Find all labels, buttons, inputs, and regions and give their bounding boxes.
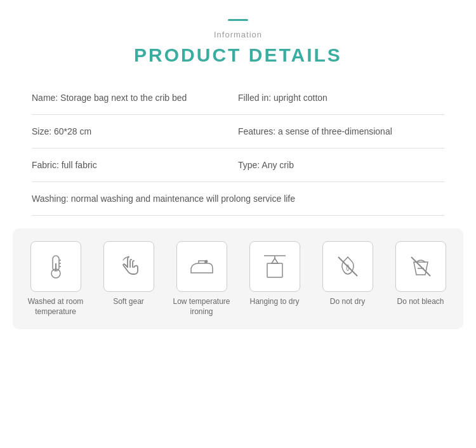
detail-row-3: Fabric: full fabric Type: Any crib	[32, 148, 444, 182]
detail-col-type: Type: Any crib	[238, 160, 444, 170]
hand-icon	[113, 251, 145, 282]
thermometer-icon	[40, 251, 72, 282]
header-info: Information	[0, 30, 476, 39]
icon-item-hang-dry: Hanging to dry	[243, 241, 307, 307]
icon-item-no-dry: Do not dry	[316, 241, 380, 307]
svg-point-6	[205, 260, 208, 263]
icon-item-soft-gear: Soft gear	[97, 241, 161, 307]
header-dash	[228, 19, 248, 21]
wash-room-temp-label: Washed at room temperature	[24, 297, 88, 317]
page-title: PRODUCT DETAILS	[0, 44, 476, 66]
detail-col-name: Name: Storage bag next to the crib bed	[32, 93, 238, 103]
page-wrapper: Information PRODUCT DETAILS Name: Storag…	[0, 0, 476, 329]
details-section: Name: Storage bag next to the crib bed F…	[0, 81, 476, 216]
no-dry-label: Do not dry	[330, 297, 365, 307]
icons-section: Washed at room temperature Soft gear	[13, 228, 463, 329]
header-section: Information PRODUCT DETAILS	[0, 19, 476, 66]
low-temp-iron-icon-box	[176, 241, 227, 292]
low-temp-iron-label: Low temperature ironing	[170, 297, 234, 317]
wash-room-temp-icon-box	[30, 241, 81, 292]
icon-item-no-bleach: Do not bleach	[389, 241, 453, 307]
detail-col-washing: Washing: normal washing and maintenance …	[32, 194, 444, 204]
detail-col-features: Features: a sense of three-dimensional	[238, 126, 444, 136]
detail-row-1: Name: Storage bag next to the crib bed F…	[32, 81, 444, 115]
no-dry-icon-box	[322, 241, 373, 292]
icon-item-low-temp-iron: Low temperature ironing	[170, 241, 234, 317]
hang-dry-label: Hanging to dry	[249, 297, 299, 307]
iron-icon	[186, 251, 218, 282]
soft-gear-label: Soft gear	[113, 297, 144, 307]
svg-line-10	[338, 257, 357, 276]
soft-gear-icon-box	[103, 241, 154, 292]
detail-col-size: Size: 60*28 cm	[32, 126, 238, 136]
no-bleach-label: Do not bleach	[397, 297, 444, 307]
detail-row-2: Size: 60*28 cm Features: a sense of thre…	[32, 115, 444, 148]
icon-item-wash-room-temp: Washed at room temperature	[24, 241, 88, 317]
nobleach-icon	[405, 251, 437, 282]
detail-row-4: Washing: normal washing and maintenance …	[32, 182, 444, 216]
hanger-icon	[259, 251, 291, 282]
svg-rect-7	[267, 263, 282, 277]
detail-col-fabric: Fabric: full fabric	[32, 160, 238, 170]
nofire-icon	[332, 251, 364, 282]
detail-col-fill: Filled in: upright cotton	[238, 93, 444, 103]
hang-dry-icon-box	[249, 241, 300, 292]
no-bleach-icon-box	[395, 241, 446, 292]
